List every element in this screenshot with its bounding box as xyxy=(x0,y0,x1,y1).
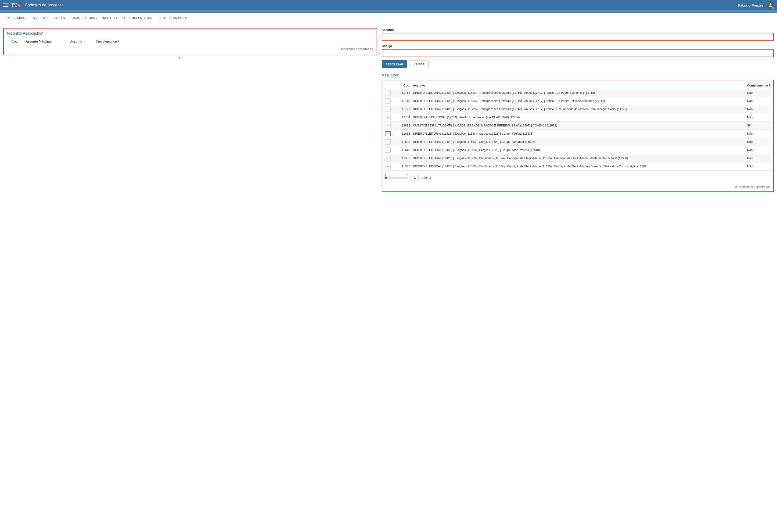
codigo-group: Código 3 xyxy=(382,44,774,57)
cell-assunto: DIREITO ELEITORAL (11428) | Eleições (11… xyxy=(412,140,747,144)
page-label: página xyxy=(422,176,431,179)
result-count: 40 resultados encontrados xyxy=(384,185,771,189)
tab-partes[interactable]: PARTES xyxy=(51,13,68,23)
cell-complementar: Não xyxy=(747,132,770,136)
cell-assunto: DIREITO ELEITORAL (11428) | Eleições (11… xyxy=(412,165,747,169)
table-row: ←11720DIREITO ELEITORAL (11428) | Eleiçõ… xyxy=(384,105,771,113)
col-assunto: Assunto xyxy=(412,84,747,87)
table-row: ←11638DIREITO ELEITORAL (11428) | Eleiçõ… xyxy=(384,138,771,146)
add-subject-button[interactable]: ← xyxy=(385,115,391,120)
col-complementar: Complementar? xyxy=(96,40,374,43)
menu-hamburger-icon[interactable] xyxy=(3,2,8,8)
codigo-input[interactable] xyxy=(382,49,773,57)
right-panel: Assunto 2 Código 3 PESQUISAR LIMPAR Assu… xyxy=(382,28,774,192)
associated-header-row: Cod. Assunto Principal Assunto Complemen… xyxy=(7,40,374,45)
callout-4: 4 xyxy=(379,106,380,109)
callout-3: 3 xyxy=(378,52,380,55)
associated-title: Assuntos Associados* xyxy=(7,31,374,35)
col-cod: Cod. xyxy=(12,40,26,43)
pager: 1 4 página xyxy=(384,174,771,181)
table-row: ←12612QUESTÕES DE ALTA COMPLEXIDADE, GRA… xyxy=(384,121,771,130)
status-dot-icon xyxy=(772,7,774,9)
cell-cod: 12612 xyxy=(399,123,412,128)
add-subject-button[interactable]: ← xyxy=(385,147,391,152)
col-assunto: Assunto xyxy=(70,40,96,43)
cell-complementar: Não xyxy=(747,99,770,103)
table-row: ←12754DIREITO ASSISTENCIAL (12734) | Aux… xyxy=(384,113,771,121)
cell-complementar: Sim xyxy=(747,123,770,128)
cell-cod: 11587 xyxy=(399,164,412,169)
callout-1: 1 xyxy=(179,57,553,60)
tab-protocolar-inicial[interactable]: PROTOCOLAR INICIAL xyxy=(155,13,191,23)
add-subject-button[interactable]: ← xyxy=(385,123,391,128)
callout-5: 5 xyxy=(393,132,394,135)
add-subject-button[interactable]: ← xyxy=(385,131,391,136)
table-row: ←11587DIREITO ELEITORAL (11428) | Eleiçõ… xyxy=(384,163,771,171)
table-row: ←11640DIREITO ELEITORAL (11428) | Eleiçõ… xyxy=(384,146,771,154)
cell-cod: 11586 xyxy=(399,156,412,161)
results-header-row: Cod. Assunto Complementar? xyxy=(384,82,771,89)
cell-complementar: Não xyxy=(747,107,770,111)
table-row: ←11719DIREITO ELEITORAL (11428) | Eleiçõ… xyxy=(384,97,771,105)
tabs: DADOS INICIAISASSUNTOSPARTESCARACTERÍSTI… xyxy=(0,13,777,23)
cell-complementar: Não xyxy=(747,156,770,161)
user-name[interactable]: Fabricio Prestes xyxy=(738,3,763,7)
table-row: ←11718DIREITO ELEITORAL (11428) | Eleiçõ… xyxy=(384,89,771,97)
associated-subjects-panel: Assuntos Associados* Cod. Assunto Princi… xyxy=(3,28,377,56)
add-subject-button[interactable]: ← xyxy=(385,156,391,161)
cell-complementar: Não xyxy=(747,140,770,144)
results-box: 4 Cod. Assunto Complementar? ←11718DIREI… xyxy=(382,80,774,192)
main-card: DADOS INICIAISASSUNTOSPARTESCARACTERÍSTI… xyxy=(0,13,777,201)
cell-assunto: DIREITO ELEITORAL (11428) | Eleições (11… xyxy=(412,91,747,95)
cell-assunto: DIREITO ELEITORAL (11428) | Eleições (11… xyxy=(412,107,747,111)
assunto-input[interactable] xyxy=(382,33,773,40)
assunto-label: Assunto xyxy=(382,28,774,31)
callout-2: 2 xyxy=(378,36,380,39)
tab-caracter-sticas[interactable]: CARACTERÍSTICAS xyxy=(68,13,100,23)
cell-assunto: QUESTÕES DE ALTA COMPLEXIDADE, GRANDE IM… xyxy=(412,124,747,128)
cell-assunto: DIREITO ELEITORAL (11428) | Eleições (11… xyxy=(412,132,747,136)
logo-e: e xyxy=(18,2,21,8)
logo-p: P xyxy=(12,2,15,8)
button-row: PESQUISAR LIMPAR xyxy=(382,60,774,68)
cell-cod: 11638 xyxy=(399,140,412,144)
clear-button[interactable]: LIMPAR xyxy=(410,60,429,68)
assunto-group: Assunto 2 xyxy=(382,28,774,41)
page-input[interactable] xyxy=(411,174,419,181)
tab-assuntos[interactable]: ASSUNTOS xyxy=(30,13,51,23)
cell-complementar: Não xyxy=(747,91,770,95)
cell-cod: 12754 xyxy=(399,115,412,119)
table-row: ←11586DIREITO ELEITORAL (11428) | Eleiçõ… xyxy=(384,154,771,163)
slider-thumb-icon[interactable] xyxy=(384,177,387,179)
cell-cod: 11718 xyxy=(399,91,412,95)
cell-cod: 11640 xyxy=(399,148,412,152)
page-title: Cadastro de processo xyxy=(25,3,64,7)
cell-assunto: DIREITO ASSISTENCIAL (12734) | Auxílio E… xyxy=(412,115,747,119)
search-button[interactable]: PESQUISAR xyxy=(382,60,408,68)
table-row: ←511633DIREITO ELEITORAL (11428) | Eleiç… xyxy=(384,130,771,138)
add-subject-button[interactable]: ← xyxy=(385,164,391,169)
top-header: PJe Cadastro de processo Fabricio Preste… xyxy=(0,0,777,10)
tab-dados-iniciais[interactable]: DADOS INICIAIS xyxy=(3,13,30,23)
add-subject-button[interactable]: ← xyxy=(385,98,391,104)
cell-assunto: DIREITO ELEITORAL (11428) | Eleições (11… xyxy=(412,148,747,152)
cell-assunto: DIREITO ELEITORAL (11428) | Eleições (11… xyxy=(412,99,747,103)
content-row: Assuntos Associados* Cod. Assunto Princi… xyxy=(0,23,777,201)
col-cod: Cod. xyxy=(399,84,412,87)
add-subject-button[interactable]: ← xyxy=(385,90,391,95)
codigo-label: Código xyxy=(382,44,774,48)
sub-header-bar xyxy=(0,10,777,13)
avatar[interactable] xyxy=(767,1,774,9)
cell-complementar: Não xyxy=(747,164,770,169)
add-subject-button[interactable]: ← xyxy=(385,107,391,112)
pager-slider[interactable]: 1 4 xyxy=(385,176,408,179)
associated-empty: 0 resultados encontrados xyxy=(7,47,374,51)
cell-complementar: Não xyxy=(747,115,770,119)
add-subject-button[interactable]: ← xyxy=(385,139,391,144)
logo-j: J xyxy=(15,2,18,8)
user-icon xyxy=(768,3,773,7)
cell-complementar: Não xyxy=(747,148,770,152)
logo[interactable]: PJe xyxy=(12,2,21,8)
cell-cod: 11633 xyxy=(399,132,412,136)
tab-incluir-peti-es-e-documentos[interactable]: INCLUIR PETIÇÕES E DOCUMENTOS xyxy=(100,13,155,23)
